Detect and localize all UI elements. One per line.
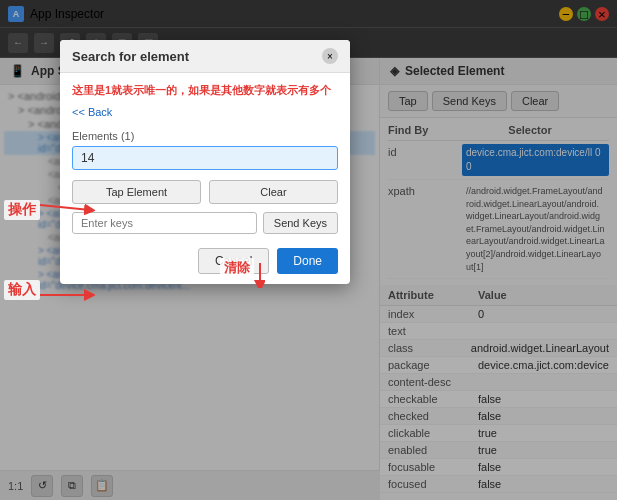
modal-annotation: 这里是1就表示唯一的，如果是其他数字就表示有多个: [72, 83, 338, 98]
clear-modal-button[interactable]: Clear: [209, 180, 338, 204]
modal-actions: Tap Element Clear: [72, 180, 338, 204]
enter-keys-input[interactable]: [72, 212, 257, 234]
done-button[interactable]: Done: [277, 248, 338, 274]
modal-overlay: Search for element × 这里是1就表示唯一的，如果是其他数字就…: [0, 0, 617, 500]
clear-arrow: [215, 258, 265, 288]
modal-footer: Cancel Done: [72, 244, 338, 274]
svg-line-0: [40, 205, 90, 210]
modal-body: 这里是1就表示唯一的，如果是其他数字就表示有多个 << Back Element…: [60, 73, 350, 284]
elements-dropdown[interactable]: 14: [72, 146, 338, 170]
elements-label: Elements (1): [72, 130, 338, 142]
search-element-modal: Search for element × 这里是1就表示唯一的，如果是其他数字就…: [60, 40, 350, 284]
modal-input-row: Send Keys: [72, 212, 338, 234]
back-link[interactable]: << Back: [72, 106, 112, 118]
modal-close-button[interactable]: ×: [322, 48, 338, 64]
modal-title-bar: Search for element ×: [60, 40, 350, 73]
operation-arrow: [35, 190, 95, 220]
input-arrow: [35, 285, 95, 305]
modal-back-row: << Back: [72, 106, 338, 124]
modal-title: Search for element: [72, 49, 189, 64]
send-keys-modal-button[interactable]: Send Keys: [263, 212, 338, 234]
